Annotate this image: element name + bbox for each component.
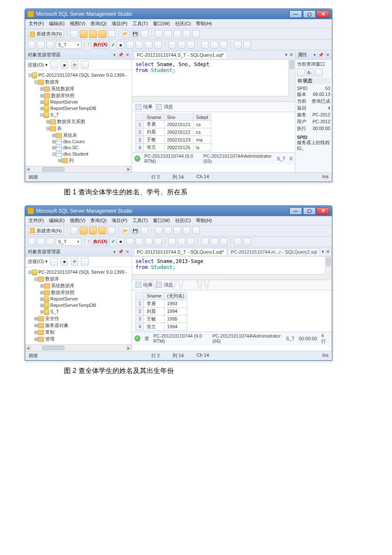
close-button[interactable]: ✕ xyxy=(317,207,329,215)
dropdown-icon[interactable]: ▾ xyxy=(113,52,115,57)
connect-srv-icon[interactable] xyxy=(50,61,58,69)
stop-icon[interactable]: ■ xyxy=(117,238,124,246)
table-row[interactable]: 1李勇1993 xyxy=(136,300,187,307)
editor-vscroll[interactable] xyxy=(288,60,295,101)
refresh-icon[interactable]: ⟳ xyxy=(71,258,78,266)
edit-plan-icon[interactable] xyxy=(145,238,153,246)
open-db3-icon[interactable] xyxy=(98,227,106,234)
execute-button[interactable]: 执行(X) xyxy=(91,41,110,49)
chars-icon[interactable] xyxy=(154,41,162,49)
tree-root[interactable]: PC-201210110744 (SQL Server 9.0.1399 - xyxy=(38,269,127,275)
maximize-button[interactable]: ▢ xyxy=(303,10,316,18)
outdent-icon[interactable] xyxy=(234,41,242,49)
script-icon[interactable] xyxy=(155,30,162,38)
chars-icon[interactable] xyxy=(154,238,162,246)
close-pane-icon[interactable]: ✕ xyxy=(326,52,329,57)
scroll-thumb[interactable] xyxy=(42,167,64,171)
tree-item-st[interactable]: S_T xyxy=(50,309,59,314)
database-combo[interactable]: S_T▾ xyxy=(56,238,81,246)
specify-values-icon[interactable] xyxy=(243,41,251,49)
close-pane-icon[interactable]: ✕ xyxy=(126,52,129,57)
open-folder-icon[interactable]: 📂 xyxy=(122,227,130,234)
refresh-icon[interactable]: ⟳ xyxy=(71,61,78,69)
sql-tab-active[interactable]: PC-201210110744.S_T - SQLQuery1.sql* xyxy=(134,248,227,255)
script5-icon[interactable] xyxy=(192,30,200,38)
tree-item-reportserver[interactable]: ReportServer xyxy=(50,296,78,301)
col-sname[interactable]: Sname xyxy=(144,114,164,121)
connect-button[interactable]: 连接(O) ▾ xyxy=(28,62,48,68)
results-grid-icon[interactable] xyxy=(178,238,185,246)
save-icon[interactable]: 💾 xyxy=(131,227,139,234)
tree-databases[interactable]: 数据库 xyxy=(45,276,59,281)
script2-icon[interactable] xyxy=(164,30,172,38)
scroll-thumb[interactable] xyxy=(42,346,64,350)
minimize-button[interactable]: — xyxy=(289,10,302,18)
object-explorer-hscroll[interactable]: ◂ ▸ xyxy=(25,344,132,351)
dropdown-icon[interactable]: ▾ xyxy=(314,52,316,57)
tree-root[interactable]: PC-201210110744 (SQL Server 9.0.1399 - xyxy=(38,72,127,78)
menu-query[interactable]: 查询(Q) xyxy=(90,217,107,224)
sql-editor[interactable]: select Sname,2013-Sage from Student; xyxy=(132,257,331,280)
tree-tables[interactable]: 表 xyxy=(57,126,62,131)
panel2-icon[interactable] xyxy=(37,238,45,246)
connect-button[interactable]: 连接(O) ▾ xyxy=(28,258,48,265)
uncomment-icon[interactable] xyxy=(210,238,218,246)
panel2-icon[interactable] xyxy=(37,41,45,49)
open-db2-icon[interactable] xyxy=(89,227,97,234)
comment-icon[interactable] xyxy=(201,41,209,49)
table-row[interactable]: 1李勇200215121cs xyxy=(136,121,211,128)
results-grid-icon[interactable] xyxy=(178,41,185,49)
results-file-icon[interactable] xyxy=(187,238,195,246)
filter-icon[interactable] xyxy=(81,61,89,69)
results-tab[interactable]: 结果 xyxy=(135,104,153,110)
menu-project[interactable]: 项目(P) xyxy=(112,217,127,224)
open-file-icon[interactable] xyxy=(108,30,115,38)
menu-view[interactable]: 视图(V) xyxy=(70,217,86,224)
menu-file[interactable]: 文件(F) xyxy=(29,217,44,224)
menu-query[interactable]: 查询(Q) xyxy=(90,20,107,27)
panel3-icon[interactable] xyxy=(46,41,54,49)
tree-databases[interactable]: 数据库 xyxy=(45,79,59,84)
col-sno[interactable]: Sno xyxy=(164,114,193,121)
editor-hscroll[interactable] xyxy=(132,96,289,101)
prop-page-icon[interactable] xyxy=(315,69,323,76)
tree-replication[interactable]: 复制 xyxy=(45,330,55,335)
tree-item-reportservertempdb[interactable]: ReportServerTempDB xyxy=(50,106,96,111)
new-file-icon[interactable] xyxy=(70,30,78,38)
prop-sort-icon[interactable]: A↓ xyxy=(306,69,314,76)
table-row[interactable]: 3王敏1995 xyxy=(136,315,187,323)
scroll-right-icon[interactable]: ▸ xyxy=(126,345,132,351)
menu-window[interactable]: 窗口(W) xyxy=(153,217,170,224)
outdent-icon[interactable] xyxy=(234,238,242,246)
table-row[interactable]: 2刘晨200215122cs xyxy=(136,128,211,136)
script3-icon[interactable] xyxy=(173,227,181,234)
tree-item-snapshot[interactable]: 数据库快照 xyxy=(51,93,75,98)
scroll-left-icon[interactable]: ◂ xyxy=(25,166,31,172)
menu-help[interactable]: 帮助(H) xyxy=(196,20,212,27)
results-file-icon[interactable] xyxy=(187,41,195,49)
col-sdept[interactable]: Sdept xyxy=(193,114,211,121)
new-file-icon[interactable] xyxy=(70,227,78,234)
menu-community[interactable]: 社区(C) xyxy=(175,20,191,27)
results-text-icon[interactable] xyxy=(168,238,176,246)
specify-values-icon[interactable] xyxy=(243,238,251,246)
open-db-icon[interactable] xyxy=(80,227,87,234)
scroll-right-icon[interactable]: ▸ xyxy=(126,166,132,172)
tree-dbo-sc[interactable]: dbo.SC xyxy=(63,145,79,150)
minimize-button[interactable]: — xyxy=(289,207,302,215)
prop-grid-icon[interactable] xyxy=(297,69,305,76)
results-grid[interactable]: Sname Sno Sdept 1李勇200215121cs 2刘晨200215… xyxy=(132,112,295,152)
script3-icon[interactable] xyxy=(173,30,181,38)
tree-dbo-cours[interactable]: dbo.Cours xyxy=(63,139,85,144)
script4-icon[interactable] xyxy=(183,30,190,38)
close-pane-icon[interactable]: ✕ xyxy=(126,249,129,254)
pin-icon[interactable]: 📌 xyxy=(118,52,123,57)
tree-item-st[interactable]: S_T xyxy=(50,112,59,117)
dropdown-icon[interactable]: ▾ xyxy=(113,249,115,254)
stop-srv-icon[interactable]: ■ xyxy=(61,258,68,266)
object-explorer-tree[interactable]: ⊟PC-201210110744 (SQL Server 9.0.1399 - … xyxy=(25,267,132,344)
table-row[interactable]: 2刘晨1994 xyxy=(136,307,187,315)
open-db3-icon[interactable] xyxy=(98,30,106,38)
script5-icon[interactable] xyxy=(192,227,200,234)
estimated-plan-icon[interactable] xyxy=(135,238,143,246)
